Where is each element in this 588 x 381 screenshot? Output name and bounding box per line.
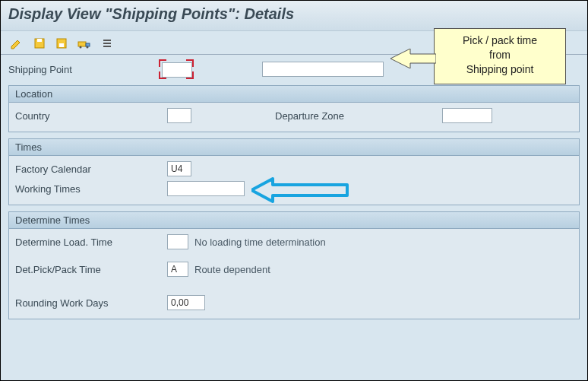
group-determine-title: Determine Times — [9, 212, 579, 229]
svg-rect-4 — [78, 42, 86, 46]
edit-icon[interactable] — [8, 36, 25, 51]
country-field[interactable] — [167, 108, 191, 123]
det-pick-pack-field[interactable] — [167, 262, 188, 277]
det-pick-pack-desc: Route dependent — [194, 264, 270, 275]
svg-point-7 — [86, 46, 88, 49]
callout-arrow-icon — [390, 49, 436, 68]
group-times-title: Times — [9, 139, 579, 156]
shipping-point-field-frame — [160, 61, 192, 78]
shipping-point-desc-field[interactable] — [262, 62, 384, 77]
determine-load-time-desc: No loading time determination — [194, 237, 326, 248]
group-determine-times: Determine Times Determine Load. Time No … — [8, 211, 580, 319]
svg-point-6 — [79, 46, 81, 49]
save-icon[interactable] — [31, 36, 48, 51]
working-times-label: Working Times — [15, 183, 167, 195]
working-times-field[interactable] — [167, 181, 245, 196]
save-as-icon[interactable] — [53, 36, 70, 51]
factory-calendar-field[interactable] — [167, 161, 191, 176]
shipping-point-label: Shipping Point — [8, 64, 160, 75]
determine-load-time-label: Determine Load. Time — [15, 237, 167, 248]
callout-line1: Pick / pack time — [435, 33, 565, 48]
svg-marker-12 — [251, 179, 347, 202]
svg-marker-11 — [390, 49, 436, 68]
transport-icon[interactable] — [76, 36, 93, 51]
annotation-callout: Pick / pack time from Shipping point — [434, 28, 566, 84]
factory-calendar-label: Factory Calendar — [15, 164, 167, 175]
callout-line2: from — [435, 48, 565, 62]
blue-annotation-arrow-icon — [251, 177, 350, 203]
svg-rect-1 — [37, 39, 42, 42]
rounding-work-days-label: Rounding Work Days — [15, 297, 167, 309]
app-window: Display View "Shipping Points": Details … — [0, 0, 588, 381]
page-title: Display View "Shipping Points": Details — [1, 1, 587, 31]
determine-load-time-field[interactable] — [167, 234, 188, 249]
group-location: Location Country Departure Zone — [8, 85, 580, 132]
callout-line3: Shipping point — [435, 62, 565, 77]
departure-zone-field[interactable] — [442, 108, 492, 123]
det-pick-pack-label: Det.Pick/Pack Time — [15, 264, 167, 275]
group-location-title: Location — [9, 86, 579, 103]
departure-zone-label: Departure Zone — [275, 110, 389, 122]
country-label: Country — [15, 110, 167, 122]
svg-rect-5 — [86, 43, 90, 46]
list-icon[interactable] — [99, 36, 115, 51]
svg-rect-3 — [59, 43, 64, 47]
rounding-work-days-field[interactable] — [167, 295, 205, 310]
